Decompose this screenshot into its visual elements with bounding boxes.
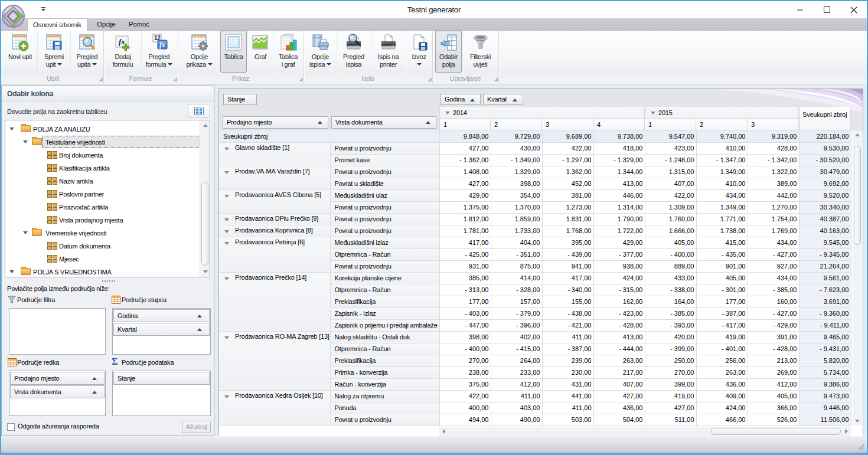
svg-text:fx: fx <box>159 41 165 49</box>
svg-text:fx: fx <box>119 37 125 46</box>
